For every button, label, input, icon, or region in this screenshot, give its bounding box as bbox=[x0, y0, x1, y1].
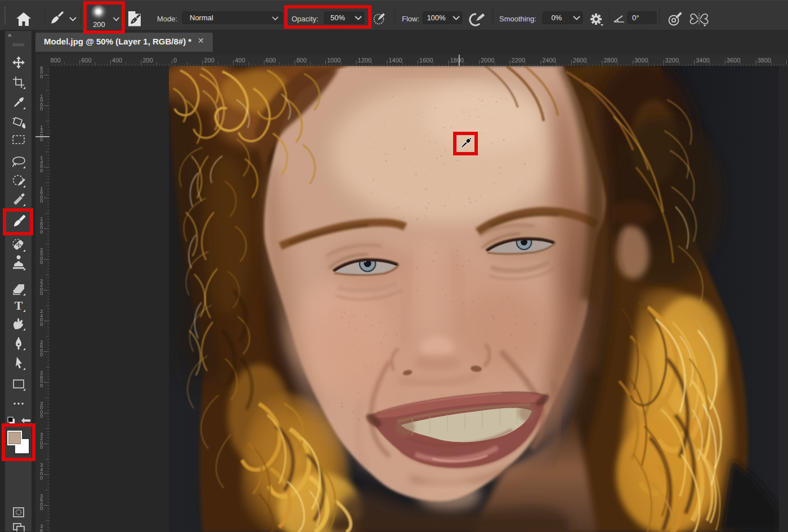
svg-text:1400: 1400 bbox=[388, 57, 402, 64]
svg-text:3400: 3400 bbox=[696, 57, 709, 64]
svg-text:2600: 2600 bbox=[573, 57, 586, 64]
svg-text:2800: 2800 bbox=[40, 369, 43, 388]
svg-text:0%: 0% bbox=[552, 14, 562, 22]
svg-text:2000: 2000 bbox=[481, 57, 494, 64]
svg-text:3200: 3200 bbox=[665, 57, 679, 64]
svg-text:1800: 1800 bbox=[450, 57, 463, 64]
svg-text:200: 200 bbox=[142, 57, 153, 64]
svg-text:2600: 2600 bbox=[40, 339, 43, 358]
svg-text:3800: 3800 bbox=[757, 57, 771, 64]
svg-text:1200: 1200 bbox=[358, 57, 371, 64]
svg-text:T: T bbox=[15, 298, 23, 312]
svg-text:3800: 3800 bbox=[40, 523, 43, 532]
svg-text:3600: 3600 bbox=[727, 57, 740, 64]
svg-text:600: 600 bbox=[266, 57, 276, 64]
svg-text:400: 400 bbox=[112, 57, 122, 64]
svg-text:200: 200 bbox=[204, 57, 214, 64]
svg-text:1400: 1400 bbox=[40, 154, 43, 173]
svg-text:Normal: Normal bbox=[190, 14, 213, 22]
svg-text:2200: 2200 bbox=[40, 278, 43, 297]
svg-text:1800: 1800 bbox=[40, 216, 43, 235]
svg-text:400: 400 bbox=[235, 57, 245, 64]
svg-text:3200: 3200 bbox=[40, 431, 43, 450]
svg-text:1600: 1600 bbox=[419, 57, 433, 64]
svg-text:1000: 1000 bbox=[327, 57, 341, 64]
svg-text:100%: 100% bbox=[427, 14, 446, 22]
svg-text:3400: 3400 bbox=[40, 462, 43, 481]
svg-text:800: 800 bbox=[296, 57, 306, 64]
svg-text:0°: 0° bbox=[632, 14, 639, 22]
svg-text:Mode:: Mode: bbox=[157, 15, 177, 23]
svg-text:0: 0 bbox=[173, 57, 177, 64]
svg-text:Smoothing:: Smoothing: bbox=[499, 15, 536, 23]
svg-text:600: 600 bbox=[81, 57, 91, 64]
svg-text:2200: 2200 bbox=[512, 57, 525, 64]
svg-text:800: 800 bbox=[40, 66, 43, 79]
svg-text:1000: 1000 bbox=[40, 93, 43, 112]
svg-text:2000: 2000 bbox=[40, 247, 43, 266]
svg-text:800: 800 bbox=[51, 57, 61, 64]
svg-text:1200: 1200 bbox=[40, 124, 43, 143]
svg-text:3000: 3000 bbox=[40, 400, 43, 419]
svg-text:3000: 3000 bbox=[634, 57, 648, 64]
svg-text:2800: 2800 bbox=[603, 57, 617, 64]
svg-text:2400: 2400 bbox=[542, 57, 556, 64]
svg-text:1600: 1600 bbox=[40, 185, 43, 204]
svg-text:2400: 2400 bbox=[40, 308, 43, 327]
svg-text:Flow:: Flow: bbox=[402, 15, 419, 23]
svg-text:3600: 3600 bbox=[40, 493, 43, 512]
